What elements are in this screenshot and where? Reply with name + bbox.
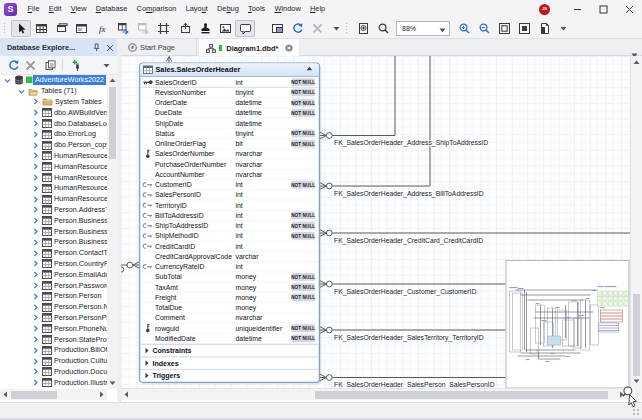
new-table-button[interactable]	[31, 20, 51, 37]
tree-item-person-businesse[interactable]: Person.BusinessE	[0, 237, 107, 248]
overflow-button[interactable]	[98, 57, 115, 73]
expander-collapsed-icon[interactable]	[31, 184, 40, 193]
minimize-button[interactable]	[564, 0, 590, 18]
explorer-vertical-scrollbar[interactable]	[107, 75, 117, 389]
fit-page-button[interactable]	[534, 20, 554, 37]
zoom-level-combobox[interactable]: 88%	[396, 21, 450, 36]
expander-collapsed-icon[interactable]	[31, 162, 40, 171]
expander-collapsed-icon[interactable]	[31, 130, 40, 139]
menu-debug[interactable]: Debug	[212, 0, 243, 18]
expander-collapsed[interactable]	[31, 216, 40, 225]
tree-item-person-addressty[interactable]: Person.AddressTy	[0, 205, 107, 216]
expander-collapsed-icon[interactable]	[31, 97, 40, 106]
expander-collapsed-icon[interactable]	[31, 195, 40, 204]
tab-close-button[interactable]	[285, 44, 293, 52]
tree-item-person-password[interactable]: Person.Password	[0, 280, 107, 291]
toolbar-grip[interactable]	[2, 21, 7, 35]
note-button[interactable]	[235, 20, 255, 37]
expander-collapsed-icon[interactable]	[31, 141, 40, 150]
expander-collapsed-icon[interactable]	[31, 313, 40, 322]
expander-expanded-icon[interactable]	[3, 76, 12, 85]
scroll-left-arrow[interactable]	[122, 389, 131, 400]
expander-collapsed-icon[interactable]	[31, 378, 40, 387]
expander-collapsed[interactable]	[31, 335, 40, 344]
pin-button[interactable]	[89, 40, 103, 55]
menu-view[interactable]: View	[66, 0, 91, 18]
new-connection-button[interactable]	[69, 57, 86, 73]
tree-item-dbo-awbuildversi[interactable]: dbo.AWBuildVersi	[0, 107, 107, 118]
resize-grip[interactable]	[632, 408, 640, 416]
expander-collapsed[interactable]	[31, 259, 40, 268]
tree-item-person-personph[interactable]: Person.PersonPh	[0, 313, 107, 324]
explorer-horizontal-scrollbar[interactable]	[0, 389, 107, 400]
expander-collapsed[interactable]	[31, 313, 40, 322]
zoom-in-button[interactable]	[454, 20, 474, 37]
expander-collapsed-icon[interactable]	[31, 303, 40, 312]
tree-item-dbo-databaselog[interactable]: dbo.DatabaseLog	[0, 118, 107, 129]
expander-collapsed[interactable]	[31, 367, 40, 376]
expander-collapsed[interactable]	[31, 173, 40, 182]
expander-collapsed-icon[interactable]	[31, 270, 40, 279]
container-button[interactable]	[153, 20, 173, 37]
menu-help[interactable]: Help	[305, 0, 329, 18]
menu-file[interactable]: File	[23, 0, 44, 18]
relationship-label[interactable]: FK_SalesOrderHeader_Customer_CustomerID	[334, 288, 477, 296]
expander-expanded[interactable]	[3, 76, 12, 85]
expander-collapsed-icon[interactable]	[31, 151, 40, 160]
toolbar-grip[interactable]	[344, 21, 349, 35]
tree-item-production-billof[interactable]: Production.BillOf	[0, 345, 107, 356]
tree-item-person-countryr[interactable]: Person.CountryR	[0, 259, 107, 270]
user-avatar[interactable]: JS	[539, 4, 550, 15]
new-function-button[interactable]: fx	[93, 20, 113, 37]
diagram-canvas[interactable]: FK_SalesOrderHeader_Address_ShipToAddres…	[121, 56, 630, 388]
pointer-button[interactable]	[11, 20, 31, 37]
image-frame-button[interactable]	[267, 20, 287, 37]
expander-collapsed[interactable]	[31, 238, 40, 247]
disconnect-button[interactable]	[22, 57, 39, 73]
expander-collapsed[interactable]	[31, 195, 40, 204]
tree-item-person-person[interactable]: Person.Person	[0, 291, 107, 302]
menu-database[interactable]: Database	[91, 0, 132, 18]
tree-item-production-docu[interactable]: Production.Docu	[0, 367, 107, 378]
menu-window[interactable]: Window	[270, 0, 305, 18]
diagram-overview-minimap[interactable]	[506, 261, 629, 389]
tree-item-adventureworks2022[interactable]: AdventureWorks2022	[0, 75, 107, 86]
fit-selection-button[interactable]	[514, 20, 534, 37]
tree-item-person-emailaddr[interactable]: Person.EmailAddr	[0, 269, 107, 280]
scroll-thumb[interactable]	[315, 391, 608, 399]
tree-item-humanresources[interactable]: HumanResources	[0, 151, 107, 162]
expander-collapsed-icon[interactable]	[31, 357, 40, 366]
minimap-viewport[interactable]	[548, 336, 561, 345]
search-button[interactable]	[373, 20, 393, 37]
explorer-close-button[interactable]	[103, 40, 117, 55]
relationship-label[interactable]: FK_SalesOrderHeader_Address_ShipToAddres…	[334, 139, 488, 147]
expander-collapsed-icon[interactable]	[31, 367, 40, 376]
expander-collapsed[interactable]	[31, 227, 40, 236]
expander-collapsed-icon[interactable]	[31, 292, 40, 301]
scroll-right-arrow[interactable]	[617, 389, 626, 400]
expander-collapsed[interactable]	[31, 270, 40, 279]
expander-collapsed[interactable]	[31, 249, 40, 258]
expander-collapsed[interactable]	[31, 151, 40, 160]
expander-collapsed-icon[interactable]	[31, 227, 40, 236]
relationship-label[interactable]: FK_SalesOrderHeader_Address_BillToAddres…	[334, 190, 484, 198]
scroll-thumb[interactable]	[109, 87, 116, 159]
menu-tools[interactable]: Tools	[243, 0, 269, 18]
explorer-header[interactable]: Database Explore...	[0, 39, 117, 56]
scroll-left-arrow[interactable]	[1, 389, 10, 400]
toolbar-overflow[interactable]	[330, 20, 342, 37]
expander-collapsed-icon[interactable]	[31, 335, 40, 344]
tree-item-production-illustr[interactable]: Production.Illustr	[0, 377, 107, 388]
add-table-button[interactable]	[113, 20, 133, 37]
fit-window-button[interactable]	[494, 20, 514, 37]
tree-item-tables-71-[interactable]: Tables (71)	[0, 86, 107, 97]
menu-comparison[interactable]: Comparison	[132, 0, 181, 18]
expander-collapsed-icon[interactable]	[31, 216, 40, 225]
new-view-button[interactable]	[51, 20, 71, 37]
tree-item-person-person-ne[interactable]: Person.Person.Ne	[0, 302, 107, 313]
tree-item-person-phonenu[interactable]: Person.PhoneNu	[0, 323, 107, 334]
menu-edit[interactable]: Edit	[44, 0, 66, 18]
expander-collapsed[interactable]	[31, 303, 40, 312]
new-procedure-button[interactable]	[71, 20, 91, 37]
expander-collapsed[interactable]	[31, 97, 40, 106]
